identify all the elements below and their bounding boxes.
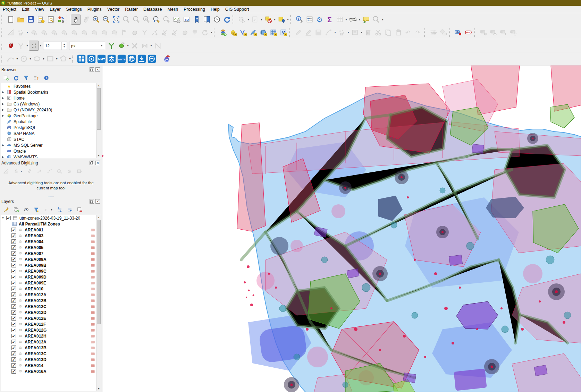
- filter-indicator-icon[interactable]: [91, 328, 95, 332]
- menu-help[interactable]: Help: [208, 6, 222, 12]
- layer-checkbox[interactable]: ✓: [11, 287, 16, 291]
- browser-item-postgresql[interactable]: PostgreSQL: [1, 125, 101, 130]
- measure-button[interactable]: [348, 15, 358, 25]
- expand-arrow-icon[interactable]: ▶: [1, 102, 5, 105]
- processing-toolbox-button[interactable]: ⚙: [314, 15, 325, 25]
- new-spatialite-layer-button[interactable]: ★: [248, 27, 258, 37]
- filter-indicator-icon[interactable]: [91, 305, 95, 309]
- menu-database[interactable]: Database: [141, 6, 165, 12]
- menu-raster[interactable]: Raster: [122, 6, 141, 12]
- layer-checkbox[interactable]: ✓: [11, 304, 16, 309]
- browser-item-spatialite[interactable]: SpatiaLite: [1, 119, 101, 125]
- menu-settings[interactable]: Settings: [64, 6, 85, 12]
- dropdown-arrow-icon[interactable]: ▾: [126, 44, 129, 47]
- layer-checkbox[interactable]: ✓: [11, 334, 16, 338]
- expand-arrow-icon[interactable]: ▶: [1, 91, 5, 94]
- add-group-button[interactable]: [12, 206, 20, 213]
- advdig-float-button[interactable]: [90, 161, 94, 165]
- new-map-view-button[interactable]: [171, 15, 182, 25]
- layer-row-area012c[interactable]: ✓ AREA012C: [1, 304, 101, 309]
- group-checkbox[interactable]: ✓: [6, 216, 11, 220]
- layer-row-area013d[interactable]: ✓ AREA013D: [1, 357, 101, 363]
- filter-indicator-icon[interactable]: [91, 352, 95, 356]
- remove-layer-button[interactable]: [76, 206, 83, 213]
- layer-row-area009c[interactable]: ✓ AREA009C: [1, 268, 101, 274]
- layer-row-area012e[interactable]: ✓ AREA012E: [1, 315, 101, 321]
- menu-vector[interactable]: Vector: [104, 6, 122, 12]
- dropdown-arrow-icon[interactable]: ▾: [358, 18, 361, 21]
- browser-item-q-nowy-202410-[interactable]: ▶Q:\ (NOWY_202410): [1, 107, 101, 113]
- layer-checkbox[interactable]: ✓: [11, 363, 16, 368]
- layer-checkbox[interactable]: ✓: [11, 233, 16, 238]
- layer-subheader-row[interactable]: All PansaUTM Zones: [1, 221, 101, 227]
- layer-checkbox[interactable]: ✓: [11, 292, 16, 297]
- layer-checkbox[interactable]: ✓: [11, 340, 16, 344]
- collapse-arrow-icon[interactable]: ▼: [1, 216, 5, 220]
- browser-close-button[interactable]: ✕: [95, 67, 100, 72]
- layer-row-area005[interactable]: ✓ AREA005: [1, 245, 101, 250]
- expand-arrow-icon[interactable]: ▶: [1, 96, 5, 100]
- menu-plugins[interactable]: Plugins: [85, 6, 104, 12]
- layer-checkbox[interactable]: ✓: [11, 322, 16, 326]
- layer-checkbox[interactable]: ✓: [11, 346, 16, 350]
- plugin-layers-button[interactable]: [107, 54, 117, 64]
- zoom-in-button[interactable]: [91, 15, 101, 25]
- deselect-features-button[interactable]: [263, 15, 273, 25]
- new-project-button[interactable]: [6, 15, 16, 25]
- plugin-nmt-button[interactable]: NMT: [96, 54, 107, 64]
- layer-labeling-options-button[interactable]: ab: [453, 27, 463, 37]
- map-canvas[interactable]: [102, 66, 581, 392]
- browser-item-sap-hana[interactable]: SAP HANA: [1, 130, 101, 136]
- layer-checkbox[interactable]: ✓: [11, 275, 16, 279]
- filter-indicator-icon[interactable]: [91, 246, 95, 250]
- new-print-layout-button[interactable]: [36, 15, 46, 25]
- zoom-full-button[interactable]: [111, 15, 121, 25]
- layers-float-button[interactable]: [90, 199, 94, 204]
- layer-row-area012f[interactable]: ✓ AREA012F: [1, 321, 101, 327]
- browser-item-favorites[interactable]: ★Favorites: [1, 83, 101, 89]
- filter-indicator-icon[interactable]: [91, 269, 95, 273]
- layer-row-area016a[interactable]: ✓ AREA016A: [1, 368, 101, 374]
- browser-scrollbar[interactable]: ▲ ▼: [96, 83, 101, 158]
- filter-indicator-icon[interactable]: [91, 364, 95, 368]
- menu-mesh[interactable]: Mesh: [165, 6, 181, 12]
- statistical-summary-button[interactable]: [304, 15, 314, 25]
- browser-item-home[interactable]: ▶Home: [1, 95, 101, 101]
- dropdown-arrow-icon[interactable]: ▾: [39, 44, 42, 47]
- identify-features-button[interactable]: i: [294, 15, 304, 25]
- show-statistics-button[interactable]: Σ: [325, 15, 335, 25]
- dropdown-arrow-icon[interactable]: ▾: [50, 208, 53, 211]
- filter-indicator-icon[interactable]: [91, 228, 95, 232]
- layer-row-area014[interactable]: ✓ AREA014: [1, 363, 101, 368]
- layer-checkbox[interactable]: ✓: [11, 281, 16, 285]
- new-virtual-layer-button[interactable]: ★: [278, 27, 288, 37]
- scroll-up-icon[interactable]: ▲: [96, 215, 101, 220]
- layer-checkbox[interactable]: ✓: [11, 263, 16, 267]
- browser-item-spatial-bookmarks[interactable]: ▶Spatial Bookmarks: [1, 89, 101, 95]
- layer-row-area012a[interactable]: ✓ AREA012A: [1, 292, 101, 298]
- menu-processing[interactable]: Processing: [181, 6, 208, 12]
- select-by-location-button[interactable]: [276, 15, 286, 25]
- browser-float-button[interactable]: [90, 67, 94, 72]
- layer-group-row[interactable]: ▼ ✓ utm-zones-2026-03-19_11-33-20: [1, 215, 101, 221]
- open-layer-styling-button[interactable]: [2, 206, 10, 213]
- manage-visibility-button[interactable]: [22, 206, 30, 213]
- layer-checkbox[interactable]: ✓: [11, 251, 16, 256]
- temporal-controller-button[interactable]: [212, 15, 222, 25]
- filter-indicator-icon[interactable]: [91, 322, 95, 326]
- layers-scrollbar[interactable]: ▲ ▼: [96, 215, 101, 391]
- layer-checkbox[interactable]: ✓: [11, 228, 16, 232]
- layer-checkbox[interactable]: ✓: [11, 298, 16, 303]
- snapping-type-button[interactable]: [29, 41, 39, 51]
- save-project-button[interactable]: [26, 15, 36, 25]
- snapping-unit-combobox[interactable]: px▼: [69, 42, 105, 50]
- show-spatial-bookmarks-button[interactable]: [202, 15, 212, 25]
- map-tips-button[interactable]: [361, 15, 371, 25]
- new-3d-map-view-button[interactable]: 3D: [182, 15, 192, 25]
- filter-indicator-icon[interactable]: [91, 340, 95, 344]
- expand-all-layers-button[interactable]: [56, 206, 63, 213]
- scroll-up-icon[interactable]: ▲: [96, 83, 101, 88]
- browser-item-c-windows-[interactable]: ▶C:\ (Windows): [1, 101, 101, 107]
- filter-indicator-icon[interactable]: [91, 358, 95, 362]
- plugin-education-button[interactable]: [147, 54, 157, 64]
